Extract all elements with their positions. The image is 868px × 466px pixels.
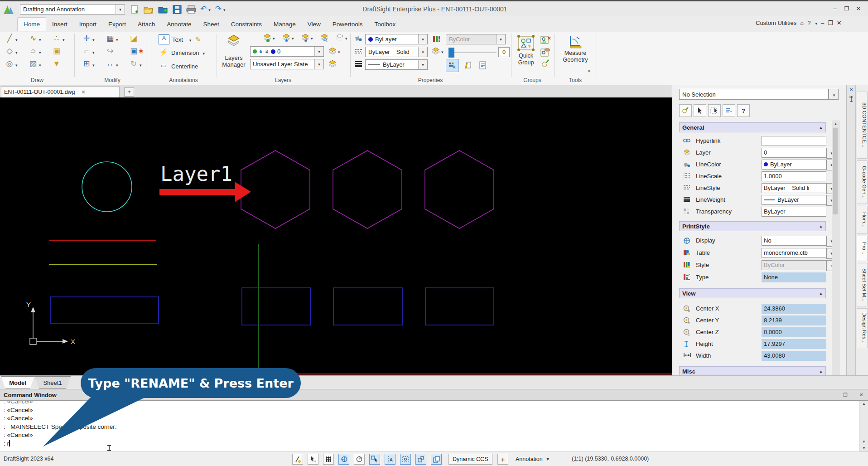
fillet-icon[interactable]: ⌐ (82, 47, 92, 56)
ribbon-restore-button[interactable]: ❐ (828, 19, 833, 26)
line-color-caret[interactable] (418, 34, 427, 44)
palette-tab-properties[interactable]: Pro... (857, 236, 868, 261)
measure-geometry-caret[interactable] (588, 66, 590, 74)
smart-dimension-icon[interactable]: ✎ (195, 35, 201, 44)
command-scroll-down-icon[interactable]: ▼ (859, 445, 868, 451)
grid-toggle-icon[interactable] (323, 454, 334, 465)
snap-toggle-icon[interactable] (292, 454, 303, 465)
transparency-value[interactable]: 0 (498, 47, 510, 57)
home-icon[interactable]: ⌂ (800, 19, 804, 26)
text-icon[interactable]: A (159, 34, 169, 44)
stretch-caret[interactable] (116, 60, 118, 68)
undo-menu-caret[interactable] (208, 5, 211, 13)
tab-manage[interactable]: Manage (268, 18, 302, 31)
help-menu-caret[interactable] (815, 19, 817, 26)
chevron-down-icon[interactable] (116, 5, 125, 14)
panel-scrollbar[interactable]: ▲ ▼ (832, 121, 839, 384)
text-caret[interactable] (189, 35, 192, 44)
hatch-icon[interactable]: ▨ (28, 60, 38, 69)
layer-previous-caret[interactable] (338, 47, 340, 55)
ccs-toggle-icon[interactable] (415, 454, 426, 465)
minimize-button[interactable]: – (829, 4, 841, 13)
layer-preview-caret[interactable] (345, 34, 347, 42)
ortho-toggle-icon[interactable] (338, 454, 349, 465)
palette-tab-home[interactable]: Hom... (857, 206, 868, 234)
property-report-button[interactable] (477, 60, 488, 71)
quick-select-button[interactable] (723, 104, 735, 117)
pin-icon[interactable] (849, 96, 854, 102)
tab-model[interactable]: Model (1, 376, 34, 389)
tab-powertools[interactable]: Powertools (327, 18, 369, 31)
workspace-selector[interactable]: Drafting and Annotation (20, 4, 125, 15)
document-tab-close-icon[interactable]: ✕ (82, 89, 86, 95)
centerline-icon[interactable]: ▭ (159, 62, 169, 71)
command-scroll-up-icon[interactable]: ▲ (859, 401, 868, 407)
scroll-up-icon[interactable]: ▲ (832, 121, 839, 127)
linecolor-field[interactable]: ByLayer (762, 160, 826, 170)
palette-close-icon[interactable]: ✕ (847, 87, 856, 92)
layer-selector-caret[interactable] (314, 47, 323, 56)
center-pattern-caret[interactable] (92, 60, 95, 68)
polygon-caret[interactable] (15, 48, 18, 56)
chamfer-icon[interactable]: ↪ (105, 47, 115, 56)
group-picker-icon[interactable] (541, 59, 550, 68)
quick-group-button[interactable]: Quick Group (513, 34, 539, 66)
polyline-caret[interactable] (39, 35, 41, 43)
cone-icon[interactable]: ▼ (52, 60, 62, 69)
section-printstyle[interactable]: PrintStyle (679, 221, 826, 231)
selection-filter-caret[interactable] (829, 89, 839, 100)
etrack-toggle-icon[interactable]: A (385, 454, 395, 465)
annotation-scale-selector[interactable]: Annotation ▼ (516, 454, 550, 465)
restore-button[interactable]: ❐ (841, 4, 853, 13)
tab-view[interactable]: View (302, 18, 327, 31)
rotate-caret[interactable] (140, 60, 142, 68)
layer-freeze-caret[interactable] (292, 34, 294, 42)
linescale-field[interactable]: 1.0000 (762, 171, 826, 181)
pattern-caret[interactable] (116, 35, 118, 43)
stretch-icon[interactable]: ↔ (105, 60, 115, 69)
ribbon-minimize-button[interactable]: – (821, 19, 824, 26)
custom-utilities-label[interactable]: Custom Utilities (756, 19, 796, 26)
center-z-field[interactable]: 0.0000 (762, 327, 826, 337)
palette-tab-sheet-set[interactable]: Sheet Set M... (857, 263, 868, 306)
lineweight-field[interactable]: ByLayer (762, 195, 826, 205)
annotation-scale-button[interactable]: A (446, 59, 459, 72)
edit-group-icon[interactable] (540, 47, 551, 57)
command-window-close-icon[interactable]: ✕ (859, 392, 863, 398)
line-weight-caret[interactable] (418, 60, 427, 69)
tab-toolbox[interactable]: Toolbox (369, 18, 402, 31)
layer-on-caret[interactable] (273, 34, 275, 42)
tab-export[interactable]: Export (102, 18, 132, 31)
drawing-canvas[interactable]: Layer1 Y X (0, 97, 672, 375)
pointer-toggle-icon[interactable] (308, 454, 318, 465)
measure-geometry-button[interactable]: Measure Geometry (558, 34, 593, 63)
transparency-slider-track[interactable] (448, 52, 497, 53)
pattern-icon[interactable]: ▦ (105, 34, 115, 44)
hyperlink-field[interactable] (762, 136, 826, 146)
layer-state-caret[interactable] (314, 59, 323, 69)
sheets-toggle-icon[interactable] (431, 454, 442, 465)
new-document-tab-button[interactable]: + (124, 87, 134, 97)
open-file-icon[interactable] (143, 5, 154, 15)
line-caret[interactable] (15, 35, 18, 43)
type-field[interactable]: None (762, 272, 826, 282)
section-general[interactable]: General (679, 122, 826, 132)
center-pattern-icon[interactable]: ⊞ (82, 60, 92, 69)
layer-selector[interactable]: 0 (250, 46, 324, 57)
polygon-icon[interactable]: ◇ (5, 47, 14, 56)
fillet-caret[interactable] (92, 48, 95, 56)
command-window-float-icon[interactable]: ❐ (843, 392, 848, 398)
transparency-layer-icon[interactable] (431, 47, 440, 55)
ungroup-icon[interactable]: ✕ (540, 35, 551, 45)
centerline-label[interactable]: Centerline (171, 63, 198, 70)
line-style-selector[interactable]: ByLayer Solid (365, 47, 428, 57)
scrollbar-thumb[interactable] (833, 128, 838, 214)
ellipse-icon[interactable]: ○ (26, 47, 40, 56)
text-label[interactable]: Text (172, 36, 183, 43)
move-caret[interactable] (92, 35, 95, 43)
layer-field[interactable]: 0 (762, 148, 826, 158)
section-view[interactable]: View (679, 288, 826, 298)
tab-annotate[interactable]: Annotate (161, 18, 197, 31)
window-select-button[interactable] (708, 104, 721, 117)
rectangle-icon[interactable]: ▣ (52, 47, 62, 56)
